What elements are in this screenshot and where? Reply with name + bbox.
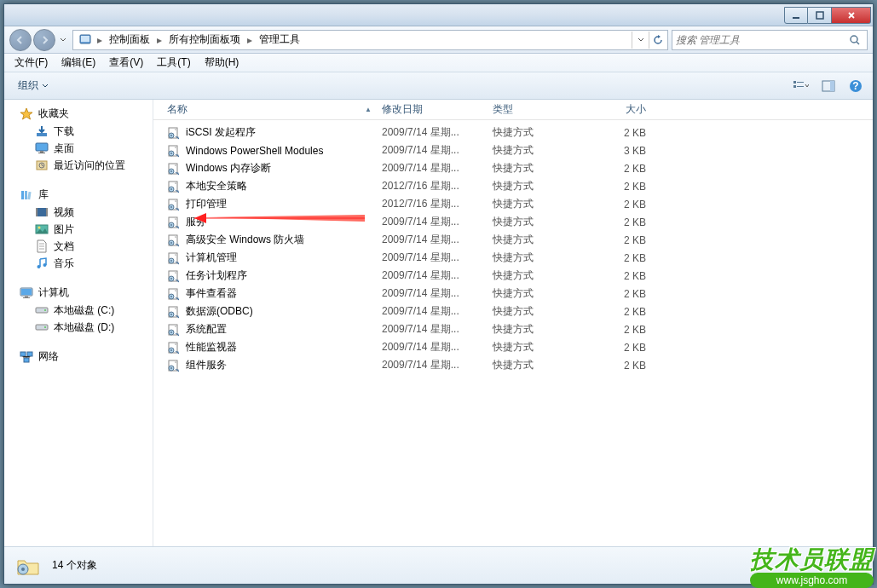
sidebar-network[interactable]: 网络 — [4, 348, 153, 366]
preview-pane-button[interactable] — [818, 77, 839, 95]
file-row[interactable]: 本地安全策略2012/7/16 星期...快捷方式2 KB — [153, 177, 873, 195]
file-row[interactable]: Windows 内存诊断2009/7/14 星期...快捷方式2 KB — [153, 159, 873, 177]
svg-point-27 — [38, 265, 41, 268]
svg-point-72 — [170, 314, 172, 315]
file-row[interactable]: 高级安全 Windows 防火墙2009/7/14 星期...快捷方式2 KB — [153, 231, 873, 249]
titlebar[interactable] — [4, 4, 873, 26]
address-bar[interactable]: ▸ 控制面板 ▸ 所有控制面板项 ▸ 管理工具 — [72, 30, 668, 50]
file-type: 快捷方式 — [488, 125, 583, 140]
column-headers: 名称▲ 修改日期 类型 大小 — [153, 100, 873, 120]
file-row[interactable]: 事件查看器2009/7/14 星期...快捷方式2 KB — [153, 285, 873, 303]
svg-point-26 — [38, 227, 41, 229]
file-size: 2 KB — [583, 306, 651, 318]
sidebar-item-desktop[interactable]: 桌面 — [4, 140, 153, 157]
file-row[interactable]: 任务计划程序2009/7/14 星期...快捷方式2 KB — [153, 267, 873, 285]
file-row[interactable]: 数据源(ODBC)2009/7/14 星期...快捷方式2 KB — [153, 303, 873, 320]
sidebar-computer[interactable]: 计算机 — [4, 284, 153, 302]
file-row[interactable]: iSCSI 发起程序2009/7/14 星期...快捷方式2 KB — [153, 124, 873, 141]
pictures-icon — [35, 222, 49, 236]
menu-edit[interactable]: 编辑(E) — [55, 54, 102, 72]
maximize-button[interactable] — [808, 7, 832, 24]
file-row[interactable]: 性能监视器2009/7/14 星期...快捷方式2 KB — [153, 338, 873, 356]
file-type: 快捷方式 — [488, 304, 583, 319]
help-button[interactable]: ? — [845, 77, 866, 95]
file-date: 2012/7/16 星期... — [377, 197, 488, 211]
navigation-pane[interactable]: 收藏夹 下载 桌面 最近访问的位置 库 — [4, 100, 153, 546]
file-list[interactable]: iSCSI 发起程序2009/7/14 星期...快捷方式2 KBWindows… — [153, 120, 873, 546]
svg-rect-39 — [24, 358, 29, 362]
status-text: 14 个对象 — [52, 558, 97, 573]
sidebar-item-label: 本地磁盘 (C:) — [54, 303, 114, 318]
organize-label: 组织 — [18, 78, 38, 93]
file-row[interactable]: Windows PowerShell Modules2009/7/14 星期..… — [153, 141, 873, 159]
minimize-button[interactable] — [784, 7, 808, 24]
file-size: 2 KB — [583, 270, 651, 282]
sidebar-item-label: 图片 — [54, 222, 74, 237]
column-name[interactable]: 名称▲ — [162, 100, 377, 119]
search-icon[interactable] — [846, 34, 863, 46]
svg-point-51 — [170, 188, 172, 190]
drive-icon — [35, 303, 49, 317]
search-box[interactable] — [672, 30, 868, 50]
menu-view[interactable]: 查看(V) — [102, 54, 150, 72]
sidebar-item-downloads[interactable]: 下载 — [4, 123, 153, 140]
sidebar-item-drive-d[interactable]: 本地磁盘 (D:) — [4, 319, 153, 336]
file-row[interactable]: 计算机管理2009/7/14 星期...快捷方式2 KB — [153, 249, 873, 267]
drive-icon — [35, 320, 49, 334]
file-type: 快捷方式 — [488, 233, 583, 247]
sidebar-item-pictures[interactable]: 图片 — [4, 221, 153, 238]
history-dropdown[interactable] — [57, 32, 69, 49]
column-date[interactable]: 修改日期 — [377, 100, 488, 119]
sidebar-item-drive-c[interactable]: 本地磁盘 (C:) — [4, 302, 153, 319]
file-row[interactable]: 打印管理2012/7/16 星期...快捷方式2 KB — [153, 195, 873, 213]
file-name: 事件查看器 — [186, 286, 237, 301]
menu-file[interactable]: 文件(F) — [8, 54, 55, 72]
file-type: 快捷方式 — [488, 268, 583, 283]
sidebar-libraries[interactable]: 库 — [4, 186, 153, 204]
column-type[interactable]: 类型 — [488, 100, 583, 119]
file-type: 快捷方式 — [488, 340, 583, 355]
search-input[interactable] — [676, 34, 846, 46]
back-button[interactable] — [9, 29, 32, 51]
file-row[interactable]: 系统配置2009/7/14 星期...快捷方式2 KB — [153, 320, 873, 338]
file-type: 快捷方式 — [488, 161, 583, 176]
svg-point-4 — [851, 36, 857, 43]
video-icon — [35, 205, 49, 219]
sidebar-item-recent[interactable]: 最近访问的位置 — [4, 157, 153, 174]
file-size: 2 KB — [583, 181, 651, 193]
svg-rect-3 — [81, 36, 89, 42]
file-name: 性能监视器 — [186, 340, 237, 355]
organize-button[interactable]: 组织 — [11, 76, 55, 95]
sidebar-item-videos[interactable]: 视频 — [4, 204, 153, 221]
refresh-button[interactable] — [649, 32, 666, 49]
file-name: 高级安全 Windows 防火墙 — [186, 233, 304, 247]
sidebar-item-label: 下载 — [54, 124, 74, 139]
sidebar-item-label: 库 — [38, 187, 49, 202]
file-date: 2009/7/14 星期... — [377, 161, 488, 176]
sidebar-item-label: 视频 — [54, 205, 74, 220]
breadcrumb-item[interactable]: 管理工具 — [254, 31, 305, 49]
shortcut-icon — [167, 216, 181, 229]
sidebar-item-documents[interactable]: 文档 — [4, 238, 153, 255]
shortcut-icon — [167, 180, 181, 193]
menu-help[interactable]: 帮助(H) — [198, 54, 246, 72]
breadcrumb-item[interactable]: 所有控制面板项 — [164, 31, 245, 49]
sidebar-favorites[interactable]: 收藏夹 — [4, 105, 153, 123]
svg-rect-19 — [21, 191, 24, 199]
file-row[interactable]: 组件服务2009/7/14 星期...快捷方式2 KB — [153, 356, 873, 374]
file-name: 本地安全策略 — [186, 179, 247, 193]
file-row[interactable]: 服务2009/7/14 星期...快捷方式2 KB — [153, 213, 873, 231]
close-button[interactable] — [832, 7, 871, 24]
breadcrumb-item[interactable]: 控制面板 — [104, 31, 155, 49]
menu-tools[interactable]: 工具(T) — [150, 54, 197, 72]
download-icon — [35, 124, 49, 138]
view-mode-button[interactable] — [791, 77, 811, 95]
svg-text:?: ? — [852, 80, 858, 92]
network-icon — [20, 350, 33, 364]
column-size[interactable]: 大小 — [583, 100, 651, 119]
sidebar-item-music[interactable]: 音乐 — [4, 255, 153, 272]
forward-button[interactable] — [33, 29, 55, 51]
file-date: 2009/7/14 星期... — [377, 322, 488, 337]
file-date: 2009/7/14 星期... — [377, 286, 488, 301]
address-dropdown[interactable] — [632, 32, 649, 49]
